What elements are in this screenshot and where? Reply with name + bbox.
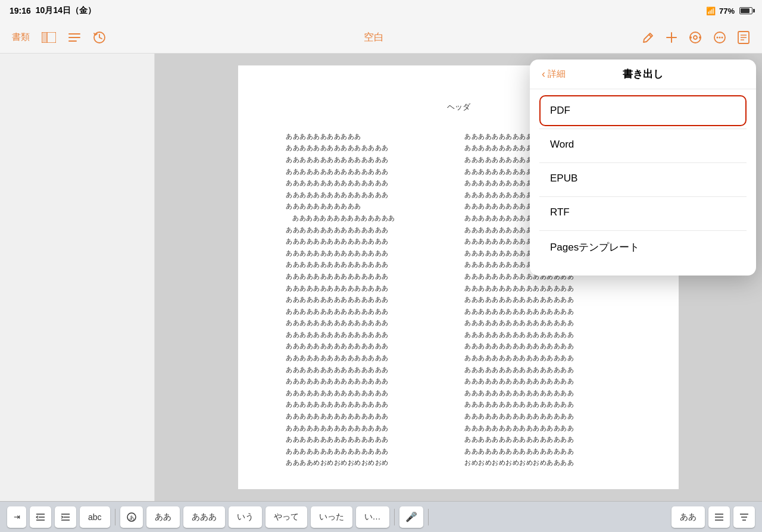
back-button[interactable]: ‹ 詳細 <box>542 68 566 80</box>
hiragana-key-aaa[interactable]: あああ <box>183 506 225 528</box>
hiragana-key-itta[interactable]: いった <box>311 506 352 528</box>
abc-key[interactable]: abc <box>80 506 110 528</box>
outdent-key[interactable] <box>30 506 51 528</box>
toolbar-left: 書類 <box>12 31 106 44</box>
format-key[interactable] <box>733 506 755 528</box>
export-option-epub[interactable]: EPUB <box>539 163 747 194</box>
battery-icon <box>739 7 752 14</box>
separator <box>394 509 395 525</box>
toolbar-right <box>642 30 750 45</box>
svg-point-13 <box>699 36 701 39</box>
time: 19:16 <box>10 6 31 15</box>
document-area[interactable]: ヘッダ あああああああああああ ああああああああああああああああ あああああああ… <box>155 54 762 501</box>
status-left: 19:16 10月14日（金） <box>10 5 96 16</box>
share-button[interactable] <box>688 31 702 44</box>
hiragana-key-aa[interactable]: ああ <box>146 506 180 528</box>
history-button[interactable] <box>93 31 106 44</box>
document-title: 空白 <box>364 30 384 44</box>
list-button[interactable] <box>68 33 81 42</box>
toolbar: 書類 空白 <box>0 21 762 54</box>
battery-text: 77% <box>719 7 735 15</box>
export-option-rtf[interactable]: RTF <box>539 197 747 228</box>
status-right: 📶 77% <box>706 7 752 15</box>
export-title: 書き出し <box>623 67 663 81</box>
date: 10月14日（金） <box>36 5 96 16</box>
special-key[interactable]: あ <box>120 506 143 528</box>
document-settings-button[interactable] <box>737 30 750 45</box>
export-options-list: PDF Word EPUB RTF Pagesテンプレート <box>530 89 756 276</box>
svg-point-17 <box>722 36 723 38</box>
export-option-word[interactable]: Word <box>539 129 747 160</box>
more-button[interactable] <box>713 31 726 44</box>
svg-text:あ: あ <box>129 515 134 521</box>
svg-point-15 <box>717 36 719 38</box>
hiragana-key-iu[interactable]: いう <box>229 506 262 528</box>
svg-rect-0 <box>42 32 46 43</box>
wifi-icon: 📶 <box>706 7 716 15</box>
add-button[interactable] <box>666 32 677 43</box>
indent-key[interactable] <box>55 506 76 528</box>
keyboard-bar: ⇥ abc あ ああ あああ いう やって いった い… 🎤 ああ <box>0 501 762 532</box>
keyboard-right-group: ああ <box>672 506 755 528</box>
aa-key[interactable]: ああ <box>672 506 705 528</box>
back-label: 詳細 <box>548 68 566 80</box>
export-option-pages-template[interactable]: Pagesテンプレート <box>539 231 747 264</box>
export-panel: ‹ 詳細 書き出し PDF Word EPUB RTF <box>530 60 756 276</box>
pencil-button[interactable] <box>642 31 655 44</box>
svg-point-12 <box>689 36 692 39</box>
status-bar: 19:16 10月14日（金） 📶 77% <box>0 0 762 21</box>
svg-point-16 <box>719 36 721 38</box>
separator <box>428 509 429 525</box>
export-panel-header: ‹ 詳細 書き出し <box>530 60 756 89</box>
svg-point-11 <box>694 36 697 39</box>
separator <box>115 509 115 525</box>
mic-key[interactable]: 🎤 <box>399 506 423 528</box>
documents-button[interactable]: 書類 <box>12 32 30 43</box>
main-area: ヘッダ あああああああああああ ああああああああああああああああ あああああああ… <box>0 54 762 501</box>
list-format-key[interactable] <box>708 506 730 528</box>
export-option-pdf[interactable]: PDF <box>539 95 747 126</box>
hiragana-key-i[interactable]: い… <box>356 506 389 528</box>
tab-key[interactable]: ⇥ <box>7 506 26 528</box>
hiragana-key-yatte[interactable]: やって <box>266 506 307 528</box>
sidebar <box>0 54 155 501</box>
back-chevron-icon: ‹ <box>542 68 545 80</box>
sidebar-toggle-button[interactable] <box>42 32 56 43</box>
